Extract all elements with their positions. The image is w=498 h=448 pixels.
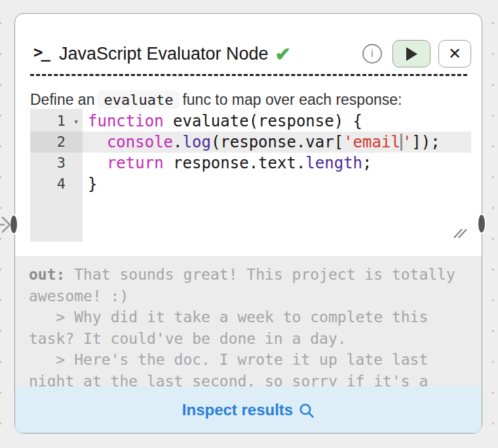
output-console: out: That sounds great! This project is … [15, 256, 482, 386]
code-token [88, 154, 107, 172]
dashed-divider [30, 74, 467, 76]
code-token: (response.var[ [211, 133, 343, 151]
code-token: ' [402, 133, 412, 151]
magnifier-icon [299, 403, 315, 419]
code-line[interactable]: 4} [30, 174, 471, 195]
editor-rows: 1▾function evaluate(response) {2 console… [30, 111, 471, 195]
code-token: . [173, 133, 182, 151]
fold-caret-icon[interactable]: ▾ [73, 117, 79, 126]
code-token: evaluate(response) { [164, 112, 362, 130]
node-header: >_ JavaScript Evaluator Node ✔ i ✕ [33, 37, 471, 70]
inspect-results-label: Inspect results [182, 401, 293, 419]
code-token: return [107, 154, 164, 172]
close-icon: ✕ [448, 45, 461, 63]
resize-handle-icon[interactable] [453, 227, 467, 238]
code-line-content: } [83, 174, 471, 195]
evaluator-node-card: >_ JavaScript Evaluator Node ✔ i ✕ Defin… [14, 13, 482, 434]
terminal-prompt-icon: >_ [33, 43, 48, 62]
line-number: 2 [30, 132, 83, 153]
instruction-suffix: func to map over each response: [182, 91, 402, 108]
code-line-content: function evaluate(response) { [83, 111, 471, 132]
inline-code-chip: evaluate [97, 90, 180, 109]
close-button[interactable]: ✕ [438, 40, 471, 67]
code-token [88, 133, 107, 151]
code-line-content: console.log(response.var['email']); [83, 132, 471, 153]
code-line[interactable]: 3 return response.text.length; [30, 153, 471, 174]
code-line[interactable]: 2 console.log(response.var['email']); [30, 132, 471, 153]
code-token: function [88, 112, 164, 130]
info-icon: i [371, 47, 374, 60]
inspect-results-button[interactable]: Inspect results [15, 386, 482, 433]
line-number: 1▾ [30, 111, 83, 132]
code-token: } [88, 175, 97, 193]
line-number: 3 [30, 153, 83, 174]
output-text: That sounds great! This project is total… [29, 266, 455, 386]
code-line-content: return response.text.length; [83, 153, 471, 174]
code-token: ; [362, 154, 372, 172]
code-token: length [305, 154, 362, 172]
code-token: 'email [343, 133, 400, 151]
code-token: log [183, 133, 211, 151]
code-editor[interactable]: 1▾function evaluate(response) {2 console… [30, 109, 471, 242]
output-handle-right[interactable] [477, 214, 486, 234]
instruction-text: Define anevaluatefunc to map over each r… [30, 91, 402, 109]
code-token: ]); [412, 133, 440, 151]
canvas: { "colors": { "accent_blue": "#2a7fd6", … [0, 0, 498, 448]
instruction-prefix: Define an [30, 91, 94, 108]
code-token: console [107, 133, 173, 151]
output-label: out: [29, 266, 65, 283]
edge-arrow-icon[interactable] [0, 215, 11, 234]
node-title: JavaScript Evaluator Node [59, 44, 269, 64]
info-button[interactable]: i [362, 44, 382, 64]
run-button[interactable] [393, 40, 431, 67]
play-icon [406, 47, 418, 62]
code-line[interactable]: 1▾function evaluate(response) { [30, 111, 471, 132]
status-check-icon: ✔ [275, 43, 291, 65]
line-number: 4 [30, 174, 83, 195]
code-token: response.text. [164, 154, 306, 172]
